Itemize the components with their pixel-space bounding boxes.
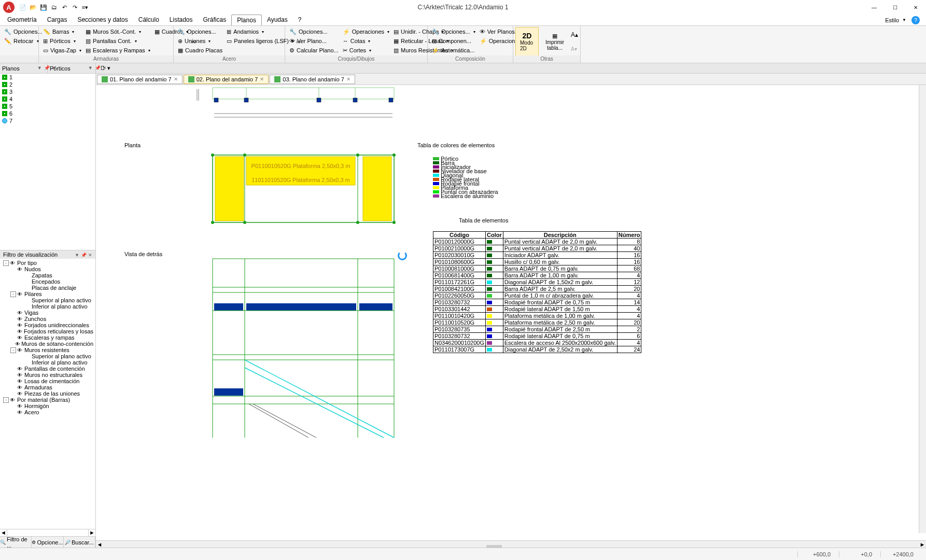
plano-item[interactable]: 3 <box>0 88 95 95</box>
menu-?[interactable]: ? <box>293 15 307 25</box>
dropdown-icon[interactable]: ▼ <box>37 65 42 72</box>
eye-icon[interactable]: 👁 <box>17 379 23 384</box>
eye-icon[interactable]: 👁 <box>17 366 23 372</box>
tree-item[interactable]: 👁Muros de sótano-contención <box>1 341 94 347</box>
tree-item[interactable]: 👁Piezas de las uniones <box>1 390 94 397</box>
tree-item[interactable]: 👁Hormigón <box>1 403 94 409</box>
tab-close-icon[interactable]: ✕ <box>174 76 178 82</box>
tree-item[interactable]: Inferior al plano activo <box>1 303 94 310</box>
tree-item[interactable]: 👁Forjados unidireccionales <box>1 322 94 328</box>
vigas-button[interactable]: ▭Vigas-Zap▾ <box>41 46 83 55</box>
expand-icon[interactable]: - <box>3 260 9 266</box>
menu-secciones y datos[interactable]: Secciones y datos <box>72 15 133 25</box>
plano-item[interactable]: 1 <box>0 74 95 81</box>
plano-item[interactable]: 2 <box>0 81 95 88</box>
cotas-button[interactable]: ↔Cotas▾ <box>341 36 391 46</box>
eye-icon[interactable]: 👁 <box>17 391 23 397</box>
tab-close-icon[interactable]: ✕ <box>260 76 264 82</box>
uniones-button[interactable]: ⊕Uniones▾ <box>176 36 225 46</box>
imprimir-button[interactable]: ▦ Imprimir tabla... <box>539 27 571 56</box>
tree-item[interactable]: 👁Armaduras <box>1 384 94 390</box>
operaciones-button[interactable]: ⚡Operaciones▾ <box>341 27 391 36</box>
escaleras-button[interactable]: ▤Escaleras y Rampas▾ <box>83 46 152 55</box>
dropdown-icon[interactable]: ▼ <box>88 65 93 72</box>
menu-planos[interactable]: Planos <box>231 15 262 25</box>
close-button[interactable]: ✕ <box>905 0 926 15</box>
tree-item[interactable]: 👁Nudos <box>1 266 94 272</box>
tree-item[interactable]: -👁Por material (Barras) <box>1 397 94 403</box>
eye-icon[interactable]: 👁 <box>17 323 23 328</box>
eye-icon[interactable]: 👁 <box>17 347 23 353</box>
eye-icon[interactable]: 👁 <box>17 316 23 322</box>
opciones-croquis-button[interactable]: 🔧Opciones... <box>287 27 341 36</box>
eye-icon[interactable]: 👁 <box>17 372 23 378</box>
help-icon[interactable]: ? <box>911 16 920 24</box>
opciones-acero-button[interactable]: 🔧Opciones... <box>176 27 225 36</box>
tree-item[interactable]: Encepados <box>1 278 94 285</box>
muros-button[interactable]: ▦Muros Sót.-Cont.▾ <box>83 27 152 36</box>
font-inc-icon[interactable]: A▴ <box>571 31 578 38</box>
modo-2d-button[interactable]: 2D Modo 2D <box>515 27 539 56</box>
close-icon[interactable]: ✕ <box>88 253 92 258</box>
open-icon[interactable]: 📂 <box>29 3 37 11</box>
app-icon[interactable]: A <box>3 2 15 13</box>
menu-geometría[interactable]: Geometría <box>2 15 42 25</box>
tree-item[interactable]: 👁Muros no estructurales <box>1 372 94 378</box>
doc-tab[interactable]: 02. Plano del andamio 7✕ <box>184 75 269 84</box>
filter-tab[interactable]: 🔍Filtro de ... <box>0 537 32 548</box>
eye-icon[interactable]: 👁 <box>10 397 16 403</box>
eye-icon[interactable]: 👁 <box>10 260 16 266</box>
dropdown-icon[interactable]: ▼ <box>75 253 79 258</box>
tree-item[interactable]: 👁Escaleras y rampas <box>1 334 94 341</box>
scroll-right-icon[interactable]: ► <box>88 529 95 536</box>
componer-button[interactable]: ⊞Componen... <box>430 36 478 46</box>
tree-item[interactable]: Superior al plano activo <box>1 297 94 303</box>
retocar-button[interactable]: ✏️Retocar▾ <box>2 36 36 46</box>
menu-cálculo[interactable]: Cálculo <box>133 15 164 25</box>
eye-icon[interactable]: 👁 <box>17 410 23 415</box>
expand-icon[interactable]: - <box>10 347 16 353</box>
pantallas-button[interactable]: ▥Pantallas Cont.▾ <box>83 36 152 46</box>
tree-item[interactable]: Zapatas <box>1 272 94 278</box>
menu-ayudas[interactable]: Ayudas <box>262 15 293 25</box>
eye-icon[interactable]: 👁 <box>17 329 23 334</box>
opciones-comp-button[interactable]: 🔧Opciones...▾ <box>430 27 478 36</box>
tree-item[interactable]: Superior al plano activo <box>1 353 94 359</box>
filter-tree[interactable]: -👁Por tipo👁NudosZapatasEncepadosPlacas d… <box>0 259 95 529</box>
ver-plano-button[interactable]: 👁Ver Plano... <box>287 36 341 46</box>
tree-item[interactable]: 👁Acero <box>1 409 94 415</box>
barras-button[interactable]: 📏Barras▾ <box>41 27 83 36</box>
tree-item[interactable]: -👁Muros resistentes <box>1 347 94 353</box>
automatica-button[interactable]: ⚡Automática... <box>430 46 478 55</box>
cortes-button[interactable]: ✂Cortes▾ <box>341 46 391 55</box>
font-dec-icon[interactable]: A▾ <box>571 46 578 52</box>
eye-icon[interactable]: 👁 <box>17 291 23 297</box>
redo-icon[interactable]: ↷ <box>71 3 79 11</box>
tree-item[interactable]: 👁Forjados reticulares y losas <box>1 328 94 334</box>
expand-icon[interactable]: - <box>10 291 16 297</box>
eye-icon[interactable]: 👁 <box>17 385 23 390</box>
new-icon[interactable]: 📄 <box>19 3 27 11</box>
doc-tab[interactable]: 01. Plano del andamio 7✕ <box>97 75 183 84</box>
plano-item[interactable]: 7 <box>0 117 95 124</box>
expand-icon[interactable]: - <box>3 397 9 403</box>
tree-item[interactable]: 👁Vigas <box>1 310 94 316</box>
eye-icon[interactable]: 👁 <box>17 403 23 409</box>
menu-cargas[interactable]: Cargas <box>42 15 73 25</box>
drawing-canvas[interactable]: Planta P0110010520G Plataforma 2,50x0,3 … <box>96 85 926 540</box>
menu-gráficas[interactable]: Gráficas <box>198 15 232 25</box>
plano-item[interactable]: 5 <box>0 103 95 110</box>
tree-item[interactable]: Placas de anclaje <box>1 285 94 291</box>
cuadro-placas-button[interactable]: ▦Cuadro Placas <box>176 46 225 55</box>
porticos-button[interactable]: ⊞Pórticos▾ <box>41 36 83 46</box>
save-icon[interactable]: 💾 <box>39 3 48 11</box>
minimize-button[interactable]: — <box>864 0 885 15</box>
undo-icon[interactable]: ↶ <box>60 3 68 11</box>
estilo-menu[interactable]: Estilo <box>885 17 899 23</box>
tree-item[interactable]: -👁Por tipo <box>1 260 94 266</box>
saveall-icon[interactable]: 🗂 <box>50 3 58 11</box>
horizontal-scrollbar[interactable]: ◄ ► <box>96 540 926 548</box>
doc-tab[interactable]: 03. Plano del andamio 7✕ <box>270 75 355 84</box>
pin-icon[interactable]: 📌 <box>81 253 87 258</box>
eye-icon[interactable]: 👁 <box>17 267 23 272</box>
